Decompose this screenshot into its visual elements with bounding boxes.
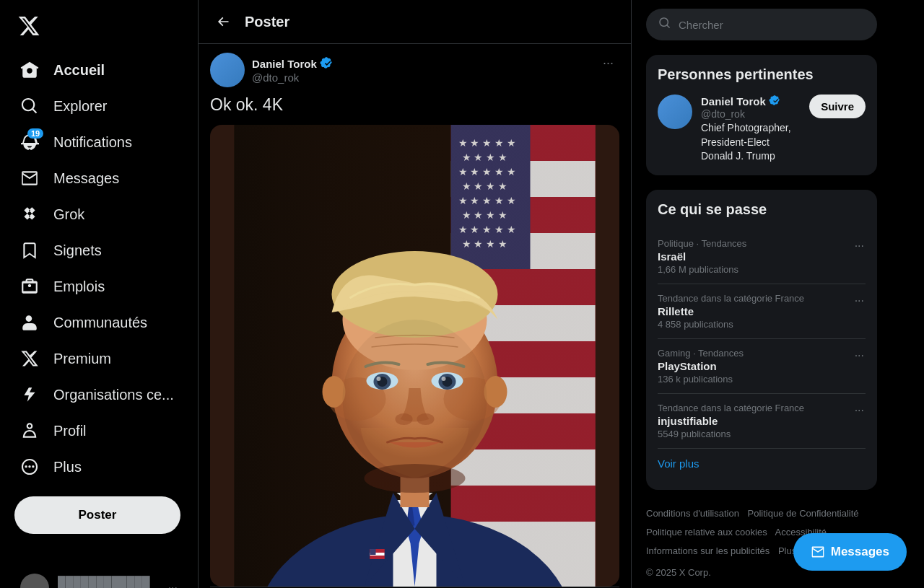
svg-rect-37	[370, 556, 385, 559]
mail-icon	[20, 169, 39, 188]
relevant-person-handle: @dto_rok	[701, 108, 801, 120]
post-header: Poster	[199, 0, 631, 44]
sidebar-item-explorer[interactable]: Explorer	[9, 88, 189, 124]
sidebar-item-notifications[interactable]: 19 Notifications	[9, 124, 189, 160]
tweet-image[interactable]: ★ ★ ★ ★ ★ ★ ★ ★ ★ ★ ★ ★ ★ ★ ★ ★ ★ ★ ★ ★ …	[210, 125, 619, 587]
voir-plus-link[interactable]: Voir plus	[658, 449, 866, 478]
tweet-author-info: Daniel Torok @dto_rok	[210, 53, 333, 87]
tweet-name-block: Daniel Torok @dto_rok	[252, 56, 333, 84]
more-circle-icon	[20, 457, 39, 476]
trending-topic-3: injustifiable	[658, 415, 804, 427]
svg-point-55	[323, 376, 346, 408]
bookmark-icon	[20, 241, 39, 260]
relevant-people-section: Personnes pertinentes Daniel Torok @dto_…	[646, 55, 877, 175]
trending-meta-1: Tendance dans la catégorie France	[658, 293, 804, 304]
user-profile-row[interactable]: ████████████ ████████ ···	[9, 565, 189, 588]
current-user-avatar	[20, 574, 49, 588]
current-user-name: ████████████	[58, 576, 160, 588]
trending-more-0[interactable]: ···	[853, 238, 866, 254]
tweet-author-avatar[interactable]	[210, 53, 245, 87]
grok-icon	[20, 205, 39, 224]
home-icon	[20, 61, 39, 79]
person-icon	[20, 421, 39, 440]
tweet-content: Daniel Torok @dto_rok ··· Ok ok. 4K	[199, 44, 631, 588]
trending-meta-2: Gaming · Tendances	[658, 348, 744, 359]
footer-link-cookies[interactable]: Politique relative aux cookies	[646, 527, 767, 537]
sidebar-label-emplois: Emplois	[53, 278, 105, 295]
relevant-person-name[interactable]: Daniel Torok	[701, 95, 801, 108]
sidebar-item-plus[interactable]: Plus	[9, 449, 189, 485]
sidebar-label-grok: Grok	[53, 206, 84, 223]
relevant-person-info: Daniel Torok @dto_rok Chief Photographer…	[701, 95, 801, 164]
post-title: Poster	[245, 14, 289, 30]
verified-icon	[320, 56, 333, 71]
trending-count-0: 1,66 M publications	[658, 264, 746, 275]
x-logo[interactable]	[9, 6, 189, 49]
sidebar-label-notifications: Notifications	[53, 134, 132, 151]
tweet-author-name[interactable]: Daniel Torok	[252, 56, 333, 71]
trending-meta-3: Tendance dans la catégorie France	[658, 403, 804, 413]
tweet-more-button[interactable]: ···	[597, 53, 619, 74]
sidebar-item-accueil[interactable]: Accueil	[9, 52, 189, 88]
sidebar-label-signets: Signets	[53, 242, 102, 259]
sidebar-item-signets[interactable]: Signets	[9, 232, 189, 268]
trending-item-2[interactable]: Gaming · Tendances PlayStation 136 k pub…	[658, 339, 866, 394]
main-content: Poster Daniel Torok @dto_rok ··· Ok ok. …	[199, 0, 632, 588]
left-sidebar: Accueil Explorer 19 Notifications Messag…	[0, 0, 199, 588]
relevant-person-avatar[interactable]	[658, 95, 692, 129]
people-icon	[20, 313, 39, 332]
footer-link-conditions[interactable]: Conditions d'utilisation	[646, 508, 739, 519]
trending-count-3: 5549 publications	[658, 429, 804, 439]
right-sidebar: Personnes pertinentes Daniel Torok @dto_…	[632, 0, 892, 588]
follow-button[interactable]: Suivre	[809, 95, 866, 118]
sidebar-label-premium: Premium	[53, 351, 111, 367]
relevant-person-row: Daniel Torok @dto_rok Chief Photographer…	[658, 95, 866, 164]
notification-badge: 19	[27, 128, 43, 139]
svg-rect-38	[370, 549, 376, 555]
sidebar-label-accueil: Accueil	[53, 62, 105, 79]
tweet-author-row: Daniel Torok @dto_rok ···	[210, 53, 619, 87]
search-input[interactable]	[679, 19, 865, 31]
sidebar-label-organisations: Organisations ce...	[53, 387, 174, 403]
sidebar-item-organisations[interactable]: Organisations ce...	[9, 377, 189, 413]
sidebar-item-profil[interactable]: Profil	[9, 413, 189, 449]
sidebar-item-premium[interactable]: Premium	[9, 341, 189, 377]
sidebar-label-plus: Plus	[53, 459, 82, 475]
footer-link-privacy[interactable]: Politique de Confidentialité	[748, 508, 859, 519]
sidebar-item-messages[interactable]: Messages	[9, 160, 189, 196]
search-icon	[658, 17, 671, 32]
user-more-icon: ···	[168, 582, 178, 588]
search-icon	[20, 97, 39, 115]
relevant-people-title: Personnes pertinentes	[658, 66, 866, 83]
tweet-text: Ok ok. 4K	[210, 93, 619, 116]
trending-more-3[interactable]: ···	[853, 403, 866, 418]
back-button[interactable]	[210, 9, 236, 35]
trending-more-1[interactable]: ···	[853, 293, 866, 309]
trending-meta-0: Politique · Tendances	[658, 238, 746, 249]
sidebar-item-communautes[interactable]: Communautés	[9, 304, 189, 341]
sidebar-item-grok[interactable]: Grok	[9, 196, 189, 232]
svg-point-58	[343, 320, 487, 478]
premium-icon	[20, 349, 39, 368]
relevant-verified-icon	[769, 95, 780, 108]
trending-section: Ce qui se passe Politique · Tendances Is…	[646, 190, 877, 490]
messages-float-button[interactable]: Messages	[793, 533, 907, 571]
trending-item-0[interactable]: Politique · Tendances Israël 1,66 M publ…	[658, 229, 866, 284]
sidebar-label-explorer: Explorer	[53, 98, 107, 115]
footer-link-ads[interactable]: Informations sur les publicités	[646, 545, 770, 556]
poster-button[interactable]: Poster	[14, 496, 180, 534]
sidebar-label-messages: Messages	[53, 170, 119, 187]
trending-title: Ce qui se passe	[658, 201, 866, 218]
trending-topic-2: PlayStation	[658, 360, 744, 372]
trending-item-1[interactable]: Tendance dans la catégorie France Rillet…	[658, 284, 866, 339]
sidebar-label-profil: Profil	[53, 423, 87, 439]
relevant-person-bio: Chief Photographer, President-Elect Dona…	[701, 121, 801, 164]
search-bar[interactable]	[646, 9, 877, 40]
svg-point-56	[484, 376, 507, 408]
sidebar-label-communautes: Communautés	[53, 315, 147, 331]
trending-topic-0: Israël	[658, 250, 746, 263]
trending-count-1: 4 858 publications	[658, 319, 804, 330]
sidebar-item-emplois[interactable]: Emplois	[9, 268, 189, 304]
trending-more-2[interactable]: ···	[853, 348, 866, 364]
trending-item-3[interactable]: Tendance dans la catégorie France injust…	[658, 394, 866, 449]
